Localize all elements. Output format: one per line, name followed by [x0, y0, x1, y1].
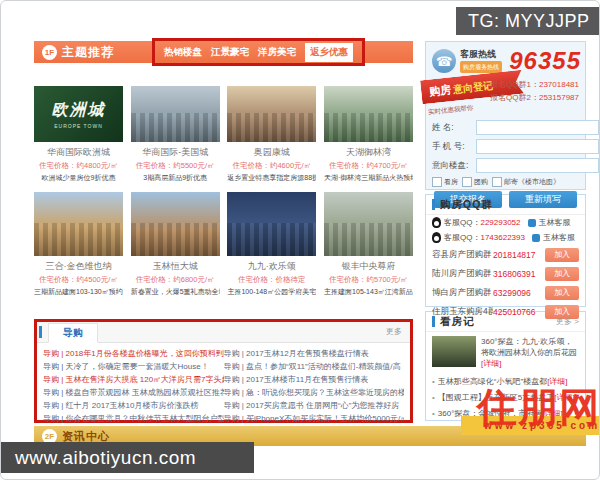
join-button[interactable]: 加入 — [545, 286, 579, 300]
checkbox-mail-map-label: 邮寄《楼市地图》 — [504, 177, 560, 187]
property-price: 住宅价格：约4800元/㎡ — [34, 161, 123, 171]
checkbox-visit[interactable] — [432, 177, 442, 187]
property-tagline: 三期新品建面103-130㎡预约中 — [34, 287, 123, 297]
bullet-icon — [432, 409, 435, 418]
signup-qq-number: 253157987 — [539, 93, 579, 102]
guide-news-link[interactable]: 导购 | 你会在哪里赏月？中秋佳节玉林大型阳台户型推荐 — [43, 412, 224, 425]
photo-caption: 欧洲城 — [52, 100, 106, 121]
visit-featured-item[interactable]: 360°探盘：九九·欢乐颂，将欧洲园林划入你的后花园 [详细] — [426, 332, 585, 373]
qq-group-row: 容县房产团购群 201814817 加入 — [426, 245, 585, 264]
bullet-icon — [432, 377, 435, 386]
registration-box: 客服热线 购房服务热线 96355 购房意向登记 实时优惠我帮你 报名QQ群1：… — [425, 41, 586, 190]
property-card[interactable]: 九九·欢乐颂 住宅价格：价格待定 主推100-148㎡公园学府美宅 — [227, 192, 316, 297]
signup-qq-label: 报名QQ群1： — [490, 80, 539, 89]
hotline-label: 客服热线 — [460, 49, 502, 59]
guide-news-link[interactable]: 导购 | 买iPhoneX不如买房实际！玉林均价5000元/㎡起优 — [224, 412, 405, 425]
join-button[interactable]: 加入 — [545, 267, 579, 281]
tg-badge: TG: MYYJJPP — [456, 7, 599, 35]
guide-news-link[interactable]: 导购 | 2017玉林12月在售预售楼盘行情表 — [224, 347, 405, 360]
property-card[interactable]: 欧洲城 EUROPE TOWN 华商国际欧洲城 住宅价格：约4800元/㎡ 欧洲… — [34, 86, 123, 183]
qq-group-row: 博白房产团购群 63299096 加入 — [426, 283, 585, 302]
property-name[interactable]: 华商国际欧洲城 — [34, 146, 123, 159]
checkbox-mail-map[interactable] — [492, 177, 502, 187]
property-price: 住宅价格：约5500元/㎡ — [131, 161, 220, 171]
guide-header: 导购 更多 — [37, 322, 410, 343]
property-card[interactable]: 三合·金色维也纳 住宅价格：约4500元/㎡ 三期新品建面103-130㎡预约中 — [34, 192, 123, 297]
property-name[interactable]: 三合·金色维也纳 — [34, 260, 123, 273]
signup-qq-list: 报名QQ群1：237018481 报名QQ群2：253157987 — [490, 78, 579, 104]
property-tagline: 主推100-148㎡公园学府美宅 — [227, 287, 316, 297]
property-card[interactable]: 天湖御林湾 住宅价格：约4700元/㎡ 天湖·御林湾三期新品火热预约中 — [324, 86, 413, 183]
guide-news-link[interactable]: 导购 | 急：听说你想买现房？玉林这些靠近现房的楼盘也 — [224, 386, 405, 399]
checkbox-visit-label: 看房 — [444, 177, 458, 187]
guide-more-link[interactable]: 更多 — [386, 326, 402, 337]
tab-guide[interactable]: 导购 — [48, 323, 98, 343]
property-price: 住宅价格：约5700元/㎡ — [324, 275, 413, 285]
property-tagline: 新春置业，火爆5重礼惠动全城 — [131, 287, 220, 297]
property-tagline: 主推建面105-143㎡江湾新品 — [324, 287, 413, 297]
tab-garden-house[interactable]: 洋房美宅 — [258, 46, 296, 59]
property-name[interactable]: 九九·欢乐颂 — [227, 260, 316, 273]
guide-news-link[interactable]: 导购 | 红十月 2017玉林10月楼市房价涨跌榜 — [43, 399, 224, 412]
property-tagline: 3期高层新品9折优惠 — [131, 173, 220, 183]
qq-group-name: 容县房产团购群 — [432, 249, 493, 261]
property-name[interactable]: 银丰中央尊府 — [324, 260, 413, 273]
sidebar: 客服热线 购房服务热线 96355 购房意向登记 实时优惠我帮你 报名QQ群1：… — [425, 41, 586, 425]
property-photo — [34, 192, 123, 256]
tab-homecoming-deal[interactable]: 返乡优惠 — [305, 43, 353, 62]
join-button[interactable]: 加入 — [545, 248, 579, 262]
guide-news-link[interactable]: 导购 | 2017买房意愿书 住朋网用“心”为您推荐好房 — [224, 399, 405, 412]
mobile-field[interactable] — [476, 139, 599, 154]
tab-river-mansion[interactable]: 江景豪宅 — [211, 46, 249, 59]
detail-link[interactable]: [详细] — [481, 359, 501, 368]
property-name[interactable]: 奥园康城 — [227, 146, 316, 159]
name-field[interactable] — [476, 120, 599, 135]
service-qq-row: 客服QQ： 1743622393 玉林客服 — [426, 230, 585, 245]
intent-label: 意向楼盘: — [432, 160, 476, 172]
mobile-label: 手 机 号: — [432, 141, 476, 153]
property-photo — [131, 86, 220, 142]
qq-group-box: 购房QQ群 客服QQ： 229293052 玉林客服 客服QQ： 1743622… — [425, 194, 586, 307]
guide-news-link[interactable]: 导购 | 玉林在售洋房大摸底 120㎡大洋房只需7字头起！ — [43, 373, 224, 386]
signup-qq-number: 237018481 — [539, 80, 579, 89]
property-card[interactable]: 玉林恒大城 住宅价格：约6800元/㎡ 新春置业，火爆5重礼惠动全城 — [131, 192, 220, 297]
property-card[interactable]: 银丰中央尊府 住宅价格：约5700元/㎡ 主推建面105-143㎡江湾新品 — [324, 192, 413, 297]
signup-qq-label: 报名QQ群2： — [490, 93, 539, 102]
property-card[interactable]: 华商国际-美国城 住宅价格：约5500元/㎡ 3期高层新品9折优惠 — [131, 86, 220, 183]
guide-news-link[interactable]: 导购 | 盘点！参加“双11”活动的楼盘们-精装颜值/高 — [224, 360, 405, 373]
guide-news-link[interactable]: 导购 | 楼盘自带景观园林 玉林成熟园林景观社区推荐 — [43, 386, 224, 399]
bullet-icon — [432, 393, 435, 402]
service-qq-number: 1743622393 — [480, 233, 525, 242]
phone-icon — [432, 49, 456, 73]
tab-hot-sale[interactable]: 热销楼盘 — [164, 46, 202, 59]
guide-news-link[interactable]: 导购 | 2017玉林楼市11月在售预售行情表 — [224, 373, 405, 386]
property-photo — [227, 86, 316, 142]
property-card[interactable]: 奥园康城 住宅价格：约4600元/㎡ 返乡置业特惠享指定房源88折 — [227, 86, 316, 183]
theme-header-bar: 1F 主题推荐 热销楼盘 江景豪宅 洋房美宅 返乡优惠 — [34, 41, 413, 63]
property-name[interactable]: 华商国际-美国城 — [131, 146, 220, 159]
guide-news-link[interactable]: 导购 | 天冷了，你确定需要一套温暖大House！ — [43, 360, 224, 373]
qq-logo-icon — [532, 234, 540, 242]
property-name[interactable]: 玉林恒大城 — [131, 260, 220, 273]
guide-news-link[interactable]: 导购 | 2018年1月份各楼盘价格曝光，这回你预料到没有 — [43, 347, 224, 360]
theme-tabs-highlight-box: 热销楼盘 江景豪宅 洋房美宅 返乡优惠 — [152, 38, 365, 66]
main-column: 1F 主题推荐 热销楼盘 江景豪宅 洋房美宅 返乡优惠 欧洲城 EUROPE T… — [34, 41, 413, 423]
ribbon-subtext: 实时优惠我帮你 — [428, 104, 474, 118]
checkbox-groupbuy[interactable] — [462, 177, 472, 187]
intent-field[interactable] — [476, 158, 599, 173]
photo-subcaption: EUROPE TOWN — [54, 123, 103, 129]
visit-more-link[interactable]: 更多 > — [556, 316, 579, 327]
property-name[interactable]: 天湖御林湾 — [324, 146, 413, 159]
service-qq-number: 229293052 — [480, 218, 520, 227]
property-photo — [324, 192, 413, 256]
property-tagline: 返乡置业特惠享指定房源88折 — [227, 173, 316, 183]
ribbon-text: 购房 — [429, 83, 452, 97]
name-label: 姓 名: — [432, 122, 476, 134]
property-row-1: 欧洲城 EUROPE TOWN 华商国际欧洲城 住宅价格：约4800元/㎡ 欧洲… — [34, 86, 413, 183]
visit-diary-title: 看房记 — [440, 315, 475, 329]
site-name: 住朋网 — [477, 387, 600, 427]
visit-featured-text[interactable]: 360°探盘：九九·欢乐颂，将欧洲园林划入你的后花园 — [481, 337, 577, 357]
property-tagline: 欧洲城少量房位9折优惠 — [34, 173, 123, 183]
service-qq-label: 客服QQ： — [444, 217, 480, 228]
guide-list-right: 导购 | 2017玉林12月在售预售楼盘行情表 导购 | 盘点！参加“双11”活… — [224, 347, 405, 425]
